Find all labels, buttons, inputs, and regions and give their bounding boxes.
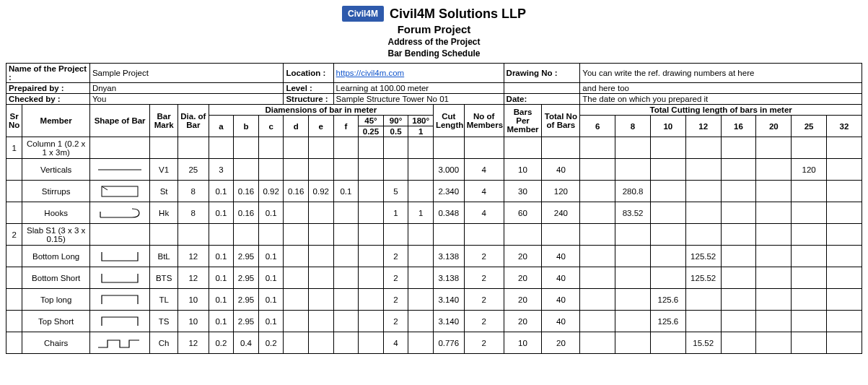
table-row: Bottom ShortBTS120.12.950.123.1382204012… bbox=[6, 267, 862, 289]
cell-b: 2.95 bbox=[234, 246, 259, 267]
cell-a: 0.2 bbox=[209, 332, 234, 354]
cell-cut: 3.140 bbox=[433, 289, 464, 311]
cell-member: Top Short bbox=[22, 311, 90, 332]
drawing-no-label-2 bbox=[504, 83, 580, 94]
cell-e bbox=[309, 246, 334, 267]
cell-c bbox=[258, 137, 284, 159]
col-cut-title: Total Cutting length of bars in meter bbox=[580, 105, 862, 116]
cell-d bbox=[284, 224, 309, 246]
cell-mark bbox=[150, 137, 178, 159]
drawing-no-label: Drawing No : bbox=[504, 64, 580, 83]
cell-mark: BTS bbox=[150, 267, 178, 289]
cell-mark bbox=[150, 224, 178, 246]
cell-total: 40 bbox=[542, 289, 580, 311]
cell-a: 0.1 bbox=[209, 311, 234, 332]
meta-row-3: Checked by : You Structure : Sample Stru… bbox=[6, 94, 862, 105]
cell-sr bbox=[6, 159, 22, 181]
cell-ang45 bbox=[359, 311, 384, 332]
cell-l32 bbox=[827, 289, 862, 311]
cell-l6 bbox=[580, 289, 615, 311]
cell-sr bbox=[6, 267, 22, 289]
col-cut: Cut Length bbox=[433, 105, 464, 137]
cell-member: Verticals bbox=[22, 159, 90, 181]
structure-label: Structure : bbox=[284, 94, 333, 105]
cell-nomem: 2 bbox=[464, 246, 504, 267]
cell-l20 bbox=[756, 181, 792, 202]
cell-l16 bbox=[721, 246, 756, 267]
cell-bpm: 20 bbox=[504, 267, 542, 289]
cell-cut: 0.776 bbox=[433, 332, 464, 354]
col-dims-title: Diamensions of bar in meter bbox=[209, 105, 433, 116]
ubar-shape-icon bbox=[95, 269, 145, 287]
cell-e: 0.92 bbox=[309, 181, 334, 202]
cell-mark: BtL bbox=[150, 246, 178, 267]
cell-b: 0.16 bbox=[234, 202, 259, 224]
cell-dia bbox=[177, 137, 209, 159]
col-45v: 0.25 bbox=[359, 126, 384, 137]
cell-nomem: 2 bbox=[464, 311, 504, 332]
cell-l25 bbox=[792, 202, 827, 224]
cell-l10 bbox=[650, 246, 685, 267]
col-90v: 0.5 bbox=[383, 126, 408, 137]
cell-ang180 bbox=[408, 311, 434, 332]
cell-bpm: 20 bbox=[504, 289, 542, 311]
col-shape: Shape of Bar bbox=[89, 105, 149, 137]
address-line: Address of the Project bbox=[6, 37, 862, 47]
cell-bpm: 20 bbox=[504, 311, 542, 332]
cell-l8 bbox=[615, 311, 651, 332]
table-row: Top longTL100.12.950.123.14022040125.6 bbox=[6, 289, 862, 311]
cell-shape bbox=[89, 137, 149, 159]
cell-nomem bbox=[464, 137, 504, 159]
cell-f bbox=[333, 267, 359, 289]
topbar-shape-icon bbox=[95, 313, 145, 330]
col-a: a bbox=[209, 116, 234, 137]
cell-bpm bbox=[504, 137, 542, 159]
cell-d: 0.16 bbox=[284, 181, 309, 202]
col-mark: Bar Mark bbox=[150, 105, 178, 137]
cell-a: 0.1 bbox=[209, 202, 234, 224]
cell-member: Stirrups bbox=[22, 181, 90, 202]
cell-e bbox=[309, 267, 334, 289]
col-90: 90° bbox=[383, 116, 408, 126]
cell-l20 bbox=[756, 311, 792, 332]
cell-bpm: 20 bbox=[504, 246, 542, 267]
svg-line-2 bbox=[102, 186, 108, 190]
cell-l32 bbox=[827, 181, 862, 202]
cell-e bbox=[309, 311, 334, 332]
cell-l6 bbox=[580, 137, 615, 159]
col-d6: 6 bbox=[580, 116, 615, 137]
cell-shape bbox=[89, 332, 149, 354]
header-row-1: Sr No Member Shape of Bar Bar Mark Dia. … bbox=[6, 105, 862, 116]
cell-total bbox=[542, 224, 580, 246]
col-180v: 1 bbox=[408, 126, 434, 137]
project-name-value: Sample Project bbox=[89, 64, 284, 83]
cell-dia: 10 bbox=[177, 311, 209, 332]
cell-b: 0.4 bbox=[234, 332, 259, 354]
table-row: 2Slab S1 (3 x 3 x 0.15) bbox=[6, 224, 862, 246]
cell-ang180 bbox=[408, 137, 434, 159]
cell-ang45 bbox=[359, 202, 384, 224]
location-label: Location : bbox=[284, 64, 333, 83]
cell-mark: TS bbox=[150, 311, 178, 332]
location-link[interactable]: https://civil4m.com bbox=[333, 64, 504, 83]
cell-l10 bbox=[650, 159, 685, 181]
cell-l8: 83.52 bbox=[615, 202, 651, 224]
cell-l8 bbox=[615, 137, 651, 159]
table-row: Top ShortTS100.12.950.123.14022040125.6 bbox=[6, 311, 862, 332]
cell-nomem: 2 bbox=[464, 267, 504, 289]
col-d8: 8 bbox=[615, 116, 651, 137]
table-row: VerticalsV12533.00041040120 bbox=[6, 159, 862, 181]
cell-l25 bbox=[792, 224, 827, 246]
cell-l10 bbox=[650, 137, 685, 159]
cell-l10 bbox=[650, 202, 685, 224]
cell-c: 0.1 bbox=[258, 202, 284, 224]
cell-ang180: 1 bbox=[408, 202, 434, 224]
cell-b bbox=[234, 159, 259, 181]
cell-mark: Ch bbox=[150, 332, 178, 354]
cell-ang45 bbox=[359, 332, 384, 354]
cell-l20 bbox=[756, 159, 792, 181]
cell-e bbox=[309, 224, 334, 246]
cell-e bbox=[309, 289, 334, 311]
cell-l8 bbox=[615, 289, 651, 311]
col-member: Member bbox=[22, 105, 90, 137]
